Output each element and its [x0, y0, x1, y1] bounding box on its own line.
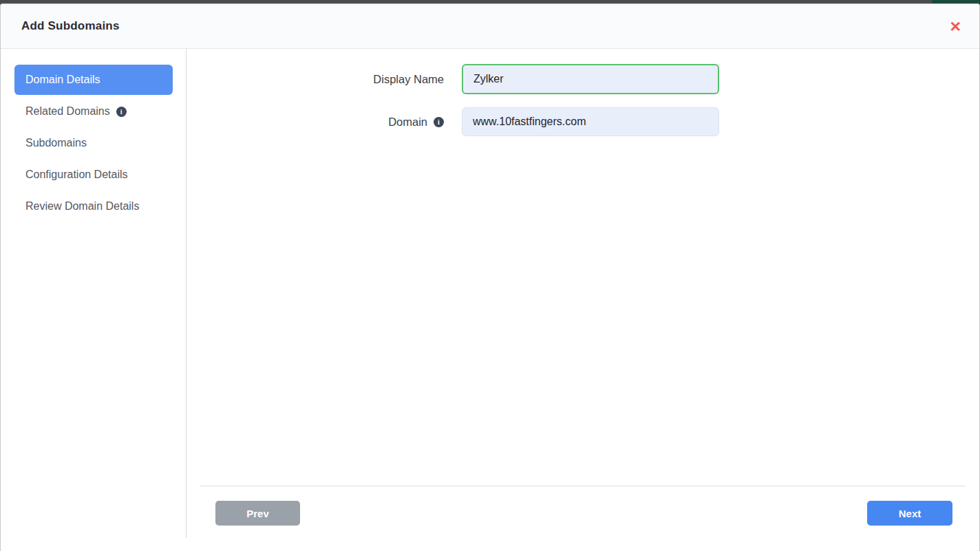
- sidebar: Domain Details Related Domains i Subdoma…: [1, 49, 187, 551]
- sidebar-item-review-domain-details[interactable]: Review Domain Details: [14, 191, 173, 222]
- sidebar-item-label: Configuration Details: [25, 169, 128, 181]
- modal-header: Add Subdomains ✕: [1, 4, 979, 49]
- sidebar-item-label: Review Domain Details: [25, 200, 139, 213]
- modal-title: Add Subdomains: [21, 19, 120, 33]
- info-icon: i: [434, 117, 444, 127]
- domain-label: Domain i: [255, 107, 444, 136]
- sidebar-item-subdomains[interactable]: Subdomains: [14, 128, 173, 158]
- screen: Add Subdomains ✕ Domain Details Related …: [0, 0, 980, 551]
- domain-label-text: Domain: [388, 116, 427, 129]
- sidebar-item-configuration-details[interactable]: Configuration Details: [14, 160, 173, 190]
- display-name-label: Display Name: [255, 64, 444, 94]
- footer-divider: [200, 486, 966, 486]
- modal-body: Domain Details Related Domains i Subdoma…: [1, 49, 979, 551]
- sidebar-item-label: Subdomains: [25, 137, 87, 149]
- display-name-input[interactable]: [462, 64, 719, 94]
- sidebar-item-domain-details[interactable]: Domain Details: [14, 65, 173, 95]
- sidebar-item-related-domains[interactable]: Related Domains i: [14, 96, 173, 127]
- prev-button[interactable]: Prev: [215, 501, 300, 526]
- main-content: Display Name Domain i Prev Next: [187, 49, 979, 551]
- domain-input[interactable]: [462, 107, 719, 136]
- next-button[interactable]: Next: [867, 501, 952, 526]
- add-subdomains-modal: Add Subdomains ✕ Domain Details Related …: [0, 3, 980, 551]
- sidebar-item-label: Domain Details: [25, 74, 100, 86]
- display-name-label-text: Display Name: [373, 73, 444, 86]
- info-icon: i: [116, 107, 127, 117]
- close-icon[interactable]: ✕: [946, 17, 964, 36]
- sidebar-item-label: Related Domains: [25, 105, 110, 118]
